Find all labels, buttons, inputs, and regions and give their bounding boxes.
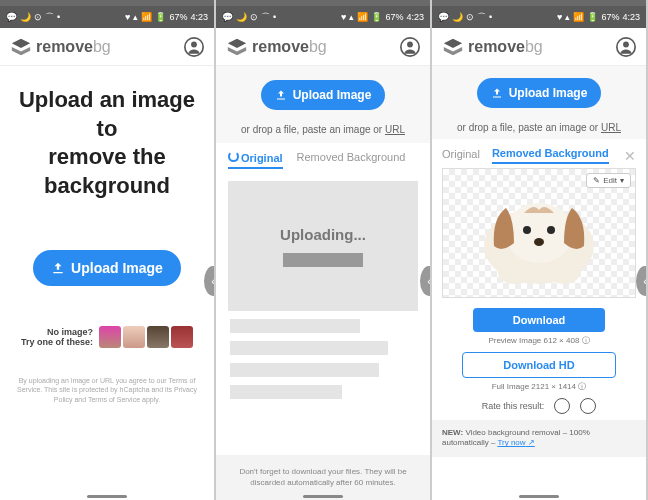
url-link[interactable]: URL <box>601 122 621 133</box>
url-link[interactable]: URL <box>385 124 405 135</box>
download-hd-button[interactable]: Download HD <box>462 352 616 378</box>
svg-point-5 <box>623 41 629 47</box>
info-icon[interactable]: ⓘ <box>578 382 586 391</box>
sample-thumb[interactable] <box>147 326 169 348</box>
uploading-text: Uploading... <box>280 226 366 243</box>
nav-handle <box>87 495 127 498</box>
tab-removed-bg[interactable]: Removed Background <box>297 151 406 169</box>
logo-icon <box>442 36 464 58</box>
phone-screen-1: 💬🌙⊙⌒• ♥▴📶🔋67%4:23 removebg Upload an ima… <box>0 0 216 500</box>
nav-handle <box>519 495 559 498</box>
phone-screen-2: 💬🌙⊙⌒• ♥▴📶🔋67%4:23 removebg Upload Image … <box>216 0 432 500</box>
brand-logo[interactable]: removebg <box>226 36 327 58</box>
preview-dimensions: Preview Image 612 × 408 ⓘ <box>442 335 636 346</box>
phone-screen-3: 💬🌙⊙⌒• ♥▴📶🔋67%4:23 removebg Upload Image … <box>432 0 648 500</box>
pencil-icon: ✎ <box>593 176 600 185</box>
app-header: removebg <box>0 28 214 66</box>
try-now-link[interactable]: Try now ↗ <box>497 438 534 447</box>
no-image-text: No image?Try one of these: <box>21 327 93 349</box>
tab-original[interactable]: Original <box>228 151 283 169</box>
side-drawer-handle[interactable]: ‹ <box>636 266 646 296</box>
svg-point-9 <box>547 226 555 234</box>
chevron-down-icon: ▾ <box>620 176 624 185</box>
result-tabs: Original Removed Background ✕ <box>442 143 636 168</box>
status-bar: 💬🌙⊙⌒• ♥▴📶🔋67%4:23 <box>432 6 646 28</box>
svg-point-10 <box>534 238 544 246</box>
discard-notice: Don't forget to download your files. The… <box>216 455 430 500</box>
brand-logo[interactable]: removebg <box>442 36 543 58</box>
sample-thumbnails <box>99 326 193 348</box>
frown-icon[interactable] <box>580 398 596 414</box>
download-button[interactable]: Download <box>473 308 606 332</box>
tab-original[interactable]: Original <box>442 148 480 163</box>
upload-preview: Uploading... <box>228 181 418 311</box>
upload-image-button[interactable]: Upload Image <box>33 250 181 286</box>
svg-point-3 <box>407 41 413 47</box>
hero-headline: Upload an image toremove the background <box>12 86 202 200</box>
result-tabs: Original Removed Background <box>216 143 430 177</box>
svg-point-8 <box>523 226 531 234</box>
upload-icon <box>491 87 503 99</box>
svg-point-1 <box>191 41 197 47</box>
spinner-icon <box>228 151 239 162</box>
logo-icon <box>10 36 32 58</box>
tab-removed-bg[interactable]: Removed Background <box>492 147 609 164</box>
rate-result: Rate this result: <box>442 398 636 414</box>
progress-bar <box>283 253 363 267</box>
logo-icon <box>226 36 248 58</box>
account-icon[interactable] <box>616 37 636 57</box>
nav-handle <box>303 495 343 498</box>
upload-icon <box>275 89 287 101</box>
close-icon[interactable]: ✕ <box>624 148 636 164</box>
status-bar: 💬🌙⊙⌒• ♥▴📶🔋67%4:23 <box>0 6 214 28</box>
app-header: removebg <box>216 28 430 66</box>
new-feature-banner: NEW: Video background removal – 100% aut… <box>432 420 646 457</box>
sample-thumb[interactable] <box>123 326 145 348</box>
upload-icon <box>51 261 65 275</box>
brand-logo[interactable]: removebg <box>10 36 111 58</box>
clock: 4:23 <box>190 12 208 22</box>
smile-icon[interactable] <box>554 398 570 414</box>
result-image: ✎Edit▾ <box>442 168 636 298</box>
upload-image-button[interactable]: Upload Image <box>477 78 602 108</box>
battery-pct: 67% <box>169 12 187 22</box>
full-dimensions: Full Image 2121 × 1414 ⓘ <box>442 381 636 392</box>
svg-point-12 <box>548 262 580 284</box>
edit-button[interactable]: ✎Edit▾ <box>586 173 631 188</box>
info-icon[interactable]: ⓘ <box>582 336 590 345</box>
account-icon[interactable] <box>400 37 420 57</box>
drop-hint: or drop a file, paste an image or URL <box>432 122 646 133</box>
brand-name: removebg <box>36 38 111 56</box>
side-drawer-handle[interactable]: ‹ <box>420 266 430 296</box>
account-icon[interactable] <box>184 37 204 57</box>
svg-point-11 <box>498 262 530 284</box>
status-bar: 💬🌙⊙⌒• ♥▴📶🔋67%4:23 <box>216 6 430 28</box>
app-header: removebg <box>432 28 646 66</box>
skeleton-loader <box>230 319 416 399</box>
sample-thumb[interactable] <box>99 326 121 348</box>
drop-hint: or drop a file, paste an image or URL <box>216 124 430 135</box>
upload-image-button[interactable]: Upload Image <box>261 80 386 110</box>
sample-thumb[interactable] <box>171 326 193 348</box>
dog-image <box>464 178 614 288</box>
legal-text: By uploading an image or URL you agree t… <box>0 368 214 411</box>
